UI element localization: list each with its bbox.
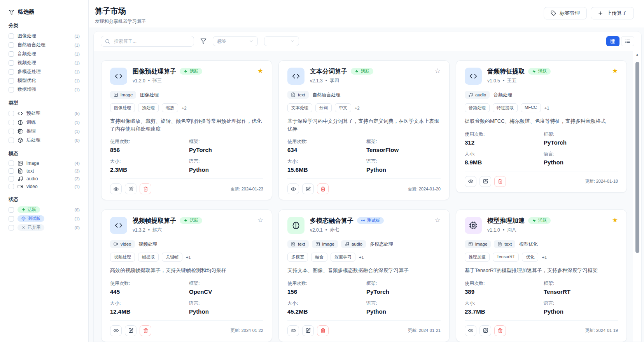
tag-list: 图像处理预处理缩放 [110, 103, 178, 112]
scrollbar-up-arrow[interactable] [633, 53, 641, 56]
type-filter-row[interactable]: 后处理 (0) [9, 137, 80, 143]
secondary-filter-select[interactable] [264, 36, 299, 46]
stat-label: 框架: [366, 280, 441, 287]
category-filter-row[interactable]: 多模态处理 (1) [9, 68, 80, 75]
preview-button[interactable] [287, 325, 299, 336]
checkbox[interactable] [9, 78, 14, 84]
status-filter-row[interactable]: 已弃用 (0) [9, 224, 80, 231]
edit-button[interactable] [125, 183, 136, 194]
type-icon [18, 129, 23, 134]
filter-label: 自然语言处理 [18, 42, 46, 48]
stat-value: Python [544, 308, 618, 315]
tag-manage-button[interactable]: 标签管理 [544, 7, 587, 19]
operator-icon-tile [110, 68, 127, 85]
status-badge-label: 活跃 [538, 69, 547, 73]
modality-pill: text [287, 240, 309, 248]
edit-button[interactable] [480, 176, 491, 187]
checkbox[interactable] [9, 129, 14, 134]
scrollbar-thumb[interactable] [635, 62, 639, 253]
preview-button[interactable] [287, 183, 299, 194]
stat-label: 语言: [366, 300, 441, 307]
status-filter-row[interactable]: 测试版 (1) [9, 215, 80, 222]
checkbox[interactable] [9, 138, 14, 143]
preview-button[interactable] [465, 325, 476, 336]
star-button[interactable] [257, 217, 263, 223]
star-button[interactable] [257, 68, 263, 74]
edit-button[interactable] [302, 325, 314, 336]
status-badge-label: 测试版 [367, 218, 380, 223]
modality-filter-row[interactable]: video (1) [9, 184, 80, 189]
delete-button[interactable] [494, 176, 506, 187]
edit-button[interactable] [302, 183, 314, 194]
checkbox[interactable] [9, 33, 14, 39]
star-button[interactable] [612, 217, 618, 223]
checkbox[interactable] [9, 176, 14, 181]
stat-label: 框架: [189, 138, 263, 145]
stat-item: 框架: PyTorch [189, 138, 263, 153]
checkbox[interactable] [9, 69, 14, 75]
star-button[interactable] [435, 68, 441, 74]
delete-button[interactable] [140, 183, 151, 194]
category-filter-row[interactable]: 模型优化 (1) [9, 77, 80, 84]
modality-filter-row[interactable]: text (3) [9, 168, 80, 174]
star-button[interactable] [435, 217, 441, 223]
delete-button[interactable] [317, 325, 329, 336]
delete-button[interactable] [317, 183, 329, 194]
checkbox[interactable] [9, 60, 14, 66]
operator-icon-tile [465, 68, 482, 85]
checkbox[interactable] [9, 168, 14, 174]
checkbox[interactable] [9, 120, 14, 125]
preview-button[interactable] [465, 176, 476, 187]
package-icon [18, 138, 23, 143]
modality-pill: audio [465, 91, 490, 99]
filter-count: (1) [75, 70, 80, 74]
zap-icon [532, 218, 536, 223]
type-filter-row[interactable]: 推理 (1) [9, 128, 80, 134]
grid-view-button[interactable] [606, 36, 620, 46]
delete-button[interactable] [140, 325, 151, 336]
checkbox[interactable] [9, 51, 14, 57]
meta-separator: • [326, 227, 327, 233]
list-view-button[interactable] [621, 36, 634, 46]
tag-pill: 分词 [315, 103, 332, 112]
category-filter-row[interactable]: 音频处理 (1) [9, 51, 80, 57]
tag-pill: 音频处理 [465, 103, 490, 112]
stat-label: 大小: [465, 300, 539, 307]
checkbox[interactable] [9, 87, 14, 92]
code-icon [18, 111, 23, 116]
tag-filter-select[interactable]: 标签 [213, 36, 258, 46]
upload-operator-button[interactable]: 上传算子 [591, 7, 634, 19]
delete-button[interactable] [494, 325, 506, 336]
category-filter-row[interactable]: 图像处理 (1) [9, 33, 80, 39]
edit-button[interactable] [125, 325, 136, 336]
checkbox[interactable] [9, 111, 14, 116]
category-filter-row[interactable]: 视频处理 (1) [9, 59, 80, 66]
filters-title: 筛选器 [9, 9, 80, 16]
search-input[interactable] [113, 38, 190, 44]
edit-button[interactable] [480, 325, 491, 336]
stat-item: 大小: 45.2MB [287, 300, 362, 315]
modality-filter-row[interactable]: audio (2) [9, 176, 80, 181]
stat-value: PyTorch [366, 288, 441, 295]
checkbox[interactable] [9, 207, 14, 213]
file-text-icon [291, 242, 296, 246]
status-filter-row[interactable]: 活跃 (6) [9, 206, 80, 213]
preview-button[interactable] [110, 183, 122, 194]
preview-button[interactable] [110, 325, 122, 336]
operator-author: 赵六 [152, 227, 162, 233]
checkbox[interactable] [9, 216, 14, 222]
category-filter-row[interactable]: 自然语言处理 (1) [9, 42, 80, 48]
checkbox[interactable] [9, 184, 14, 189]
category-filter-row[interactable]: 数据增强 (1) [9, 86, 80, 93]
funnel-icon [200, 38, 206, 44]
modality-filter-row[interactable]: image (4) [9, 161, 80, 166]
operator-meta: v1.0.5 • 王五 [487, 77, 551, 84]
type-filter-row[interactable]: 训练 (1) [9, 119, 80, 126]
modality-icon [18, 161, 23, 166]
checkbox[interactable] [9, 225, 14, 230]
checkbox[interactable] [9, 42, 14, 48]
checkbox[interactable] [9, 161, 14, 166]
star-button[interactable] [612, 68, 618, 74]
type-filter-row[interactable]: 预处理 (5) [9, 110, 80, 117]
grid-icon [610, 38, 616, 44]
